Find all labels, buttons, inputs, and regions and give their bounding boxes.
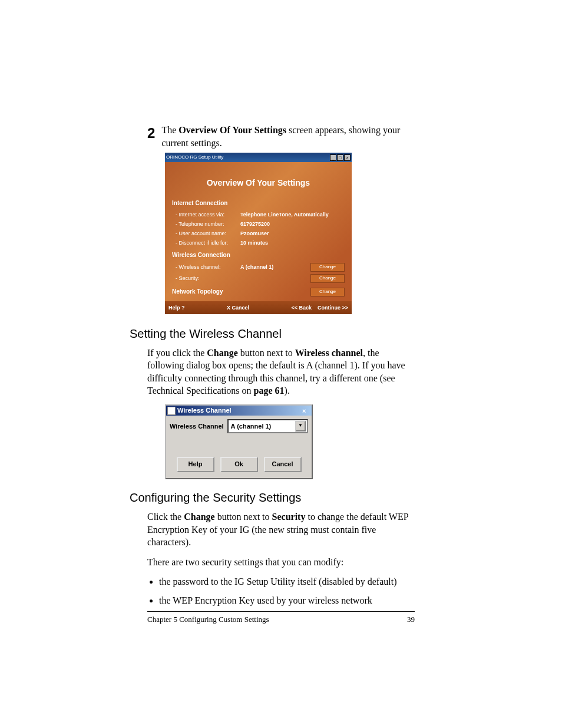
window-title: ORINOCO RG Setup Utility: [166, 154, 223, 161]
field-security: - Security: Change: [172, 273, 345, 284]
field-internet-access: - Internet access via: Telephone LineTon…: [172, 210, 345, 219]
chevron-down-icon[interactable]: ▼: [295, 421, 306, 431]
step-body: The Overview Of Your Settings screen app…: [158, 124, 415, 149]
para-security-intro: There are two security settings that you…: [147, 556, 415, 569]
field-disconnect-idle: - Disconnect if idle for: 10 minutes: [172, 238, 345, 248]
field-username: - User account name: Pzoomuser: [172, 229, 345, 238]
footer-chapter: Chapter 5 Configuring Custom Settings: [147, 614, 269, 625]
section-topology-heading: Network Topology Change: [172, 288, 345, 297]
help-button[interactable]: Help ?: [168, 304, 185, 311]
screenshot-overview-settings: ORINOCO RG Setup Utility _ □ × Overview …: [165, 153, 352, 314]
dialog-help-button[interactable]: Help: [177, 457, 214, 472]
field-wireless-channel: - Wireless channel: A (channel 1) Change: [172, 262, 345, 273]
dialog-field-label: Wireless Channel: [170, 422, 224, 431]
maximize-icon[interactable]: □: [337, 154, 343, 161]
window-titlebar: ORINOCO RG Setup Utility _ □ ×: [165, 153, 352, 162]
para-security-1: Click the Change button next to Security…: [147, 510, 415, 549]
dialog-titlebar: Wireless Channel ×: [166, 406, 312, 416]
change-topology-button[interactable]: Change: [310, 288, 345, 297]
screenshot-wireless-dialog: Wireless Channel × Wireless Channel A (c…: [165, 404, 313, 479]
section-internet-heading: Internet Connection: [172, 199, 345, 207]
page-footer: Chapter 5 Configuring Custom Settings 39: [147, 614, 415, 625]
cancel-wizard-button[interactable]: X Cancel: [185, 304, 292, 311]
close-icon[interactable]: ×: [302, 407, 310, 414]
field-telephone: - Telephone number: 6179275200: [172, 219, 345, 229]
list-item: the password to the IG Setup Utility its…: [159, 575, 415, 588]
close-icon[interactable]: ×: [344, 154, 351, 161]
footer-page-number: 39: [407, 614, 415, 625]
heading-security-settings: Configuring the Security Settings: [130, 490, 415, 506]
document-icon: [167, 407, 176, 415]
step-2: 2 The Overview Of Your Settings screen a…: [147, 124, 415, 149]
footer-rule: [147, 611, 415, 612]
dialog-cancel-button[interactable]: Cancel: [264, 457, 302, 472]
para-wireless: If you click the Change button next to W…: [147, 347, 415, 397]
change-security-button[interactable]: Change: [310, 274, 345, 283]
heading-wireless-channel: Setting the Wireless Channel: [130, 326, 415, 342]
dialog-title: Wireless Channel: [177, 406, 232, 415]
continue-button[interactable]: Continue >>: [318, 304, 348, 311]
list-item: the WEP Encryption Key used by your wire…: [159, 594, 415, 607]
minimize-icon[interactable]: _: [330, 154, 336, 161]
step-number: 2: [147, 124, 158, 143]
change-wireless-button[interactable]: Change: [310, 263, 345, 272]
wireless-channel-select[interactable]: A (channel 1) ▼: [227, 419, 308, 433]
section-wireless-heading: Wireless Connection: [172, 251, 345, 259]
security-bullet-list: the password to the IG Setup Utility its…: [147, 575, 415, 607]
screen-title: Overview Of Your Settings: [172, 167, 345, 196]
wizard-footer: Help ? X Cancel << Back Continue >>: [165, 301, 352, 314]
back-button[interactable]: << Back: [291, 304, 312, 311]
dialog-ok-button[interactable]: Ok: [220, 457, 258, 472]
